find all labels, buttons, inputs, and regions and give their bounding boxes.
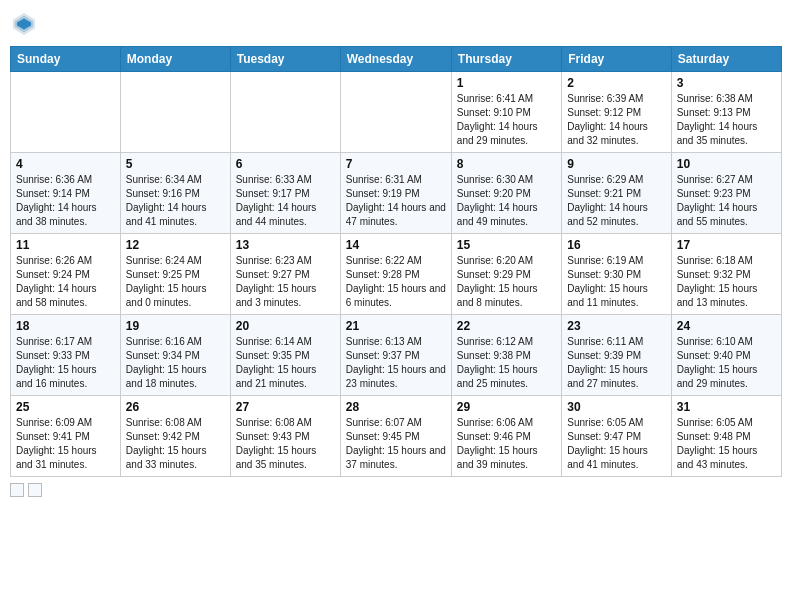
day-detail: Sunrise: 6:23 AM Sunset: 9:27 PM Dayligh… — [236, 254, 335, 310]
day-detail: Sunrise: 6:41 AM Sunset: 9:10 PM Dayligh… — [457, 92, 556, 148]
footer-swatch — [10, 483, 24, 497]
week-row-3: 18Sunrise: 6:17 AM Sunset: 9:33 PM Dayli… — [11, 315, 782, 396]
day-cell — [230, 72, 340, 153]
day-number: 19 — [126, 319, 225, 333]
day-cell: 12Sunrise: 6:24 AM Sunset: 9:25 PM Dayli… — [120, 234, 230, 315]
day-detail: Sunrise: 6:16 AM Sunset: 9:34 PM Dayligh… — [126, 335, 225, 391]
day-cell: 4Sunrise: 6:36 AM Sunset: 9:14 PM Daylig… — [11, 153, 121, 234]
day-detail: Sunrise: 6:33 AM Sunset: 9:17 PM Dayligh… — [236, 173, 335, 229]
day-detail: Sunrise: 6:29 AM Sunset: 9:21 PM Dayligh… — [567, 173, 665, 229]
day-detail: Sunrise: 6:30 AM Sunset: 9:20 PM Dayligh… — [457, 173, 556, 229]
day-cell — [11, 72, 121, 153]
day-number: 31 — [677, 400, 776, 414]
day-number: 8 — [457, 157, 556, 171]
day-number: 6 — [236, 157, 335, 171]
day-cell — [120, 72, 230, 153]
day-detail: Sunrise: 6:17 AM Sunset: 9:33 PM Dayligh… — [16, 335, 115, 391]
day-cell: 28Sunrise: 6:07 AM Sunset: 9:45 PM Dayli… — [340, 396, 451, 477]
weekday-header-monday: Monday — [120, 47, 230, 72]
day-cell: 9Sunrise: 6:29 AM Sunset: 9:21 PM Daylig… — [562, 153, 671, 234]
day-number: 28 — [346, 400, 446, 414]
day-number: 14 — [346, 238, 446, 252]
day-cell: 26Sunrise: 6:08 AM Sunset: 9:42 PM Dayli… — [120, 396, 230, 477]
day-number: 10 — [677, 157, 776, 171]
day-cell: 3Sunrise: 6:38 AM Sunset: 9:13 PM Daylig… — [671, 72, 781, 153]
day-cell: 16Sunrise: 6:19 AM Sunset: 9:30 PM Dayli… — [562, 234, 671, 315]
day-cell: 25Sunrise: 6:09 AM Sunset: 9:41 PM Dayli… — [11, 396, 121, 477]
day-detail: Sunrise: 6:18 AM Sunset: 9:32 PM Dayligh… — [677, 254, 776, 310]
day-cell: 8Sunrise: 6:30 AM Sunset: 9:20 PM Daylig… — [451, 153, 561, 234]
day-cell: 6Sunrise: 6:33 AM Sunset: 9:17 PM Daylig… — [230, 153, 340, 234]
day-detail: Sunrise: 6:27 AM Sunset: 9:23 PM Dayligh… — [677, 173, 776, 229]
day-number: 2 — [567, 76, 665, 90]
weekday-header-row: SundayMondayTuesdayWednesdayThursdayFrid… — [11, 47, 782, 72]
day-detail: Sunrise: 6:36 AM Sunset: 9:14 PM Dayligh… — [16, 173, 115, 229]
weekday-header-sunday: Sunday — [11, 47, 121, 72]
day-number: 27 — [236, 400, 335, 414]
header — [10, 10, 782, 38]
day-detail: Sunrise: 6:06 AM Sunset: 9:46 PM Dayligh… — [457, 416, 556, 472]
day-number: 22 — [457, 319, 556, 333]
day-number: 23 — [567, 319, 665, 333]
day-number: 3 — [677, 76, 776, 90]
day-number: 5 — [126, 157, 225, 171]
day-number: 16 — [567, 238, 665, 252]
day-cell: 15Sunrise: 6:20 AM Sunset: 9:29 PM Dayli… — [451, 234, 561, 315]
day-number: 11 — [16, 238, 115, 252]
weekday-header-friday: Friday — [562, 47, 671, 72]
day-number: 7 — [346, 157, 446, 171]
day-cell: 20Sunrise: 6:14 AM Sunset: 9:35 PM Dayli… — [230, 315, 340, 396]
week-row-2: 11Sunrise: 6:26 AM Sunset: 9:24 PM Dayli… — [11, 234, 782, 315]
day-number: 18 — [16, 319, 115, 333]
day-cell: 1Sunrise: 6:41 AM Sunset: 9:10 PM Daylig… — [451, 72, 561, 153]
day-detail: Sunrise: 6:31 AM Sunset: 9:19 PM Dayligh… — [346, 173, 446, 229]
day-number: 13 — [236, 238, 335, 252]
day-number: 30 — [567, 400, 665, 414]
day-number: 12 — [126, 238, 225, 252]
day-detail: Sunrise: 6:20 AM Sunset: 9:29 PM Dayligh… — [457, 254, 556, 310]
week-row-1: 4Sunrise: 6:36 AM Sunset: 9:14 PM Daylig… — [11, 153, 782, 234]
day-cell: 7Sunrise: 6:31 AM Sunset: 9:19 PM Daylig… — [340, 153, 451, 234]
day-cell: 2Sunrise: 6:39 AM Sunset: 9:12 PM Daylig… — [562, 72, 671, 153]
day-detail: Sunrise: 6:19 AM Sunset: 9:30 PM Dayligh… — [567, 254, 665, 310]
page: SundayMondayTuesdayWednesdayThursdayFrid… — [0, 0, 792, 612]
day-cell: 11Sunrise: 6:26 AM Sunset: 9:24 PM Dayli… — [11, 234, 121, 315]
day-number: 15 — [457, 238, 556, 252]
day-number: 24 — [677, 319, 776, 333]
day-number: 21 — [346, 319, 446, 333]
weekday-header-saturday: Saturday — [671, 47, 781, 72]
day-detail: Sunrise: 6:10 AM Sunset: 9:40 PM Dayligh… — [677, 335, 776, 391]
day-number: 25 — [16, 400, 115, 414]
footer-note — [10, 483, 782, 497]
day-cell: 10Sunrise: 6:27 AM Sunset: 9:23 PM Dayli… — [671, 153, 781, 234]
calendar: SundayMondayTuesdayWednesdayThursdayFrid… — [10, 46, 782, 477]
day-number: 26 — [126, 400, 225, 414]
day-detail: Sunrise: 6:08 AM Sunset: 9:43 PM Dayligh… — [236, 416, 335, 472]
day-cell: 30Sunrise: 6:05 AM Sunset: 9:47 PM Dayli… — [562, 396, 671, 477]
day-number: 4 — [16, 157, 115, 171]
day-cell: 5Sunrise: 6:34 AM Sunset: 9:16 PM Daylig… — [120, 153, 230, 234]
day-number: 29 — [457, 400, 556, 414]
day-cell: 24Sunrise: 6:10 AM Sunset: 9:40 PM Dayli… — [671, 315, 781, 396]
weekday-header-thursday: Thursday — [451, 47, 561, 72]
day-detail: Sunrise: 6:05 AM Sunset: 9:47 PM Dayligh… — [567, 416, 665, 472]
day-detail: Sunrise: 6:39 AM Sunset: 9:12 PM Dayligh… — [567, 92, 665, 148]
day-cell: 18Sunrise: 6:17 AM Sunset: 9:33 PM Dayli… — [11, 315, 121, 396]
day-detail: Sunrise: 6:13 AM Sunset: 9:37 PM Dayligh… — [346, 335, 446, 391]
day-detail: Sunrise: 6:24 AM Sunset: 9:25 PM Dayligh… — [126, 254, 225, 310]
day-detail: Sunrise: 6:07 AM Sunset: 9:45 PM Dayligh… — [346, 416, 446, 472]
day-number: 17 — [677, 238, 776, 252]
day-detail: Sunrise: 6:22 AM Sunset: 9:28 PM Dayligh… — [346, 254, 446, 310]
day-cell: 31Sunrise: 6:05 AM Sunset: 9:48 PM Dayli… — [671, 396, 781, 477]
logo-icon — [10, 10, 38, 38]
day-cell: 27Sunrise: 6:08 AM Sunset: 9:43 PM Dayli… — [230, 396, 340, 477]
day-detail: Sunrise: 6:05 AM Sunset: 9:48 PM Dayligh… — [677, 416, 776, 472]
day-detail: Sunrise: 6:26 AM Sunset: 9:24 PM Dayligh… — [16, 254, 115, 310]
day-cell: 19Sunrise: 6:16 AM Sunset: 9:34 PM Dayli… — [120, 315, 230, 396]
day-detail: Sunrise: 6:14 AM Sunset: 9:35 PM Dayligh… — [236, 335, 335, 391]
footer-daylight-label — [28, 483, 42, 497]
day-cell: 21Sunrise: 6:13 AM Sunset: 9:37 PM Dayli… — [340, 315, 451, 396]
day-detail: Sunrise: 6:38 AM Sunset: 9:13 PM Dayligh… — [677, 92, 776, 148]
weekday-header-wednesday: Wednesday — [340, 47, 451, 72]
day-cell: 22Sunrise: 6:12 AM Sunset: 9:38 PM Dayli… — [451, 315, 561, 396]
